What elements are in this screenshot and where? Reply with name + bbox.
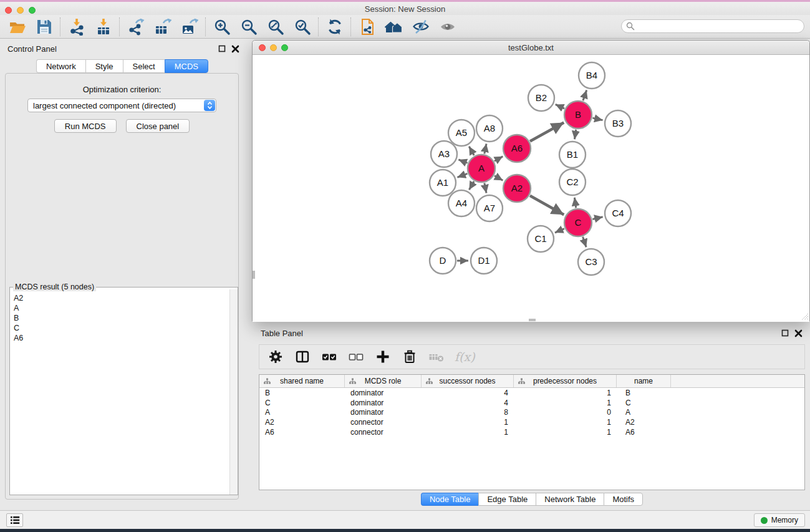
tab-network[interactable]: Network — [36, 59, 85, 73]
export-image-icon[interactable] — [176, 16, 203, 37]
export-table-icon[interactable] — [149, 16, 176, 37]
node-A6[interactable]: A6 — [503, 135, 531, 162]
node-A8[interactable]: A8 — [476, 115, 503, 142]
node-A4[interactable]: A4 — [448, 190, 475, 216]
tab-node-table[interactable]: Node Table — [421, 493, 479, 506]
zoom-selected-icon[interactable] — [289, 16, 316, 37]
search-input[interactable] — [621, 19, 804, 33]
edge-A2-C[interactable] — [530, 196, 564, 215]
edge-B-B3[interactable] — [592, 118, 602, 120]
edge-B-B4[interactable] — [583, 90, 587, 101]
node-A[interactable]: A — [468, 155, 495, 182]
node-A3[interactable]: A3 — [431, 141, 457, 167]
horizontal-scroll-thumb[interactable] — [529, 319, 536, 321]
open-folder-icon[interactable] — [4, 16, 31, 37]
close-panel-button[interactable]: Close panel — [126, 119, 190, 133]
table-row[interactable]: Bdominator41B — [259, 388, 804, 398]
save-icon[interactable] — [31, 16, 57, 37]
float-table-panel-icon[interactable] — [781, 329, 789, 337]
column-header-MCDS-role[interactable]: MCDS role — [345, 375, 422, 387]
tab-motifs[interactable]: Motifs — [604, 493, 643, 506]
node-A7[interactable]: A7 — [476, 195, 503, 221]
edge-A-A1[interactable] — [457, 173, 467, 177]
node-B2[interactable]: B2 — [528, 85, 554, 111]
column-header-shared-name[interactable]: shared name — [259, 375, 345, 387]
node-D[interactable]: D — [430, 248, 456, 274]
column-header-name[interactable]: name — [617, 375, 671, 387]
run-mcds-button[interactable]: Run MCDS — [54, 119, 117, 133]
edge-A-A3[interactable] — [458, 160, 467, 163]
delete-row-trash-icon[interactable] — [401, 348, 418, 365]
edge-C-C4[interactable] — [592, 217, 602, 220]
add-row-icon[interactable] — [374, 348, 392, 365]
network-graph[interactable]: B4B2BB3A8A5A6A3B1AA1C2A2A4A7C4CC1DD1C3 — [253, 56, 809, 322]
column-header-predecessor-nodes[interactable]: predecessor nodes — [514, 375, 617, 387]
table-row[interactable]: Adominator80A — [259, 408, 804, 418]
node-C[interactable]: C — [564, 209, 592, 236]
table-row[interactable]: Cdominator41C — [259, 398, 804, 408]
columns-icon[interactable] — [294, 348, 311, 365]
criterion-dropdown[interactable]: largest connected component (directed) — [27, 99, 216, 112]
result-item[interactable]: C — [14, 323, 229, 333]
tab-edge-table[interactable]: Edge Table — [478, 493, 536, 506]
result-item[interactable]: A — [14, 303, 229, 313]
search-text-field[interactable] — [635, 22, 804, 31]
edge-C-C3[interactable] — [583, 237, 587, 248]
memory-button[interactable]: Memory — [754, 513, 805, 527]
node-B[interactable]: B — [564, 101, 592, 128]
node-D1[interactable]: D1 — [471, 248, 497, 274]
tab-mcds[interactable]: MCDS — [165, 59, 208, 73]
settings-gear-icon[interactable] — [267, 348, 284, 365]
delete-table-icon[interactable] — [428, 348, 445, 365]
column-header-successor-nodes[interactable]: successor nodes — [422, 375, 514, 387]
close-panel-icon[interactable] — [231, 45, 239, 53]
tab-network-table[interactable]: Network Table — [536, 493, 604, 506]
home-icon[interactable] — [380, 16, 407, 37]
zoom-fit-icon[interactable] — [262, 16, 289, 37]
refresh-icon[interactable] — [321, 16, 348, 37]
edge-B-B1[interactable] — [574, 130, 576, 139]
edge-A6-B[interactable] — [530, 123, 564, 142]
node-C3[interactable]: C3 — [578, 249, 604, 275]
result-item[interactable]: A2 — [14, 293, 229, 303]
import-table-icon[interactable] — [90, 16, 117, 37]
function-builder-icon[interactable]: f(x) — [455, 348, 475, 365]
node-B1[interactable]: B1 — [559, 142, 586, 168]
hide-graphics-eye-icon[interactable] — [407, 16, 434, 37]
float-panel-icon[interactable] — [218, 45, 226, 53]
edge-A-A7[interactable] — [485, 183, 486, 193]
vertical-scroll-thumb[interactable] — [253, 271, 255, 279]
network-canvas[interactable]: B4B2BB3A8A5A6A3B1AA1C2A2A4A7C4CC1DD1C3 — [253, 56, 809, 322]
edge-B-B2[interactable] — [556, 104, 564, 109]
main-titlebar[interactable]: Session: New Session — [0, 2, 810, 15]
deselect-all-icon[interactable] — [347, 348, 365, 365]
edge-A-A2[interactable] — [494, 176, 503, 181]
result-scrollbar[interactable] — [229, 289, 238, 495]
node-C1[interactable]: C1 — [528, 226, 554, 252]
export-network-icon[interactable] — [122, 16, 149, 37]
import-network-icon[interactable] — [63, 16, 90, 37]
edge-A-A5[interactable] — [469, 147, 474, 155]
network-file-icon[interactable] — [354, 16, 380, 37]
node-B3[interactable]: B3 — [605, 110, 631, 137]
edge-A-A4[interactable] — [469, 181, 474, 190]
task-list-button[interactable] — [6, 513, 23, 527]
result-item[interactable]: B — [14, 313, 229, 323]
table-row[interactable]: A6connector11A6 — [259, 427, 804, 437]
node-A2[interactable]: A2 — [503, 175, 531, 202]
edge-A-A8[interactable] — [485, 143, 486, 153]
edge-C-C2[interactable] — [574, 198, 576, 208]
zoom-out-icon[interactable] — [235, 16, 262, 37]
tab-select[interactable]: Select — [123, 59, 165, 73]
select-all-icon[interactable] — [321, 348, 338, 365]
result-item[interactable]: A6 — [14, 333, 229, 343]
node-A5[interactable]: A5 — [448, 120, 475, 146]
node-B4[interactable]: B4 — [579, 62, 605, 89]
zoom-in-icon[interactable] — [208, 16, 235, 37]
show-graphics-eye-icon[interactable] — [434, 16, 461, 37]
network-window-titlebar[interactable]: testGlobe.txt — [253, 41, 809, 55]
tab-style[interactable]: Style — [85, 59, 123, 73]
edge-C-C1[interactable] — [555, 229, 564, 233]
node-A1[interactable]: A1 — [430, 170, 456, 196]
node-C2[interactable]: C2 — [559, 169, 586, 195]
